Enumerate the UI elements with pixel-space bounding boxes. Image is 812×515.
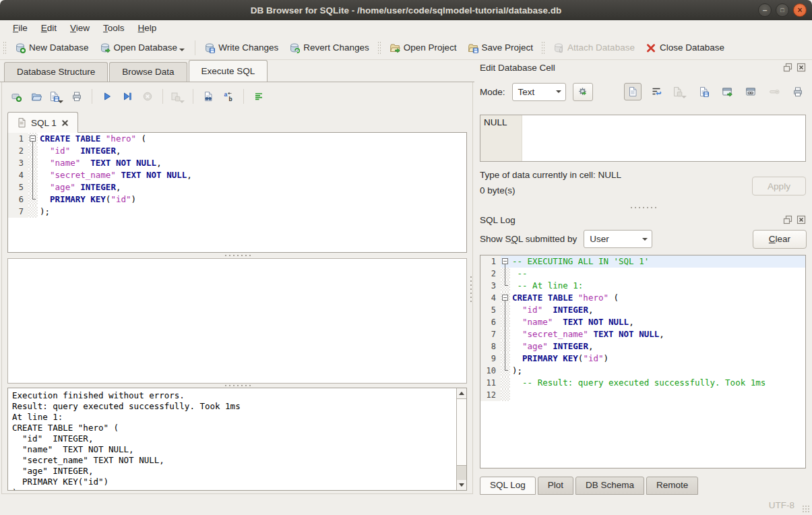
cell-editor-area[interactable] — [522, 115, 805, 161]
import-data-button[interactable] — [671, 83, 689, 100]
clear-button[interactable]: Clear — [753, 230, 807, 249]
print-button[interactable] — [789, 83, 807, 100]
open-database-icon — [100, 42, 111, 53]
splitter-dock[interactable] — [480, 205, 806, 210]
close-panel-icon[interactable] — [796, 214, 807, 225]
toolbar-separator — [195, 40, 195, 55]
link-button[interactable] — [742, 83, 759, 100]
open-project-button[interactable]: Open Project — [384, 39, 462, 57]
mode-select[interactable]: Text — [512, 83, 566, 101]
close-panel-icon[interactable] — [796, 62, 807, 73]
fold-margin — [28, 181, 38, 193]
line-number: 6 — [480, 316, 501, 328]
print-icon — [71, 91, 82, 102]
dock-tab-remote[interactable]: Remote — [646, 477, 698, 495]
open-database-button[interactable]: Open Database — [94, 39, 192, 57]
line-number: 11 — [480, 377, 501, 389]
attach-database-button[interactable]: Attach Database — [548, 39, 640, 57]
code-line: 3 -- At line 1: — [480, 280, 805, 292]
encoding-indicator[interactable]: UTF-8 — [769, 500, 794, 510]
menu-view[interactable]: View — [64, 22, 96, 34]
print-button[interactable] — [68, 88, 86, 105]
apply-button[interactable]: Apply — [752, 177, 806, 195]
scroll-thumb[interactable] — [457, 398, 466, 466]
new-database-button[interactable]: New Database — [9, 39, 94, 57]
submitter-select[interactable]: User — [584, 230, 652, 248]
execute-line-icon — [122, 91, 133, 102]
close-icon[interactable]: × — [793, 3, 807, 17]
open-file-button[interactable] — [28, 88, 45, 105]
menu-file[interactable]: File — [7, 22, 34, 34]
save-file-button[interactable] — [48, 88, 65, 105]
format-button[interactable] — [250, 88, 268, 105]
stop-button[interactable] — [139, 88, 156, 105]
scroll-up-icon[interactable] — [457, 388, 466, 398]
fold-margin[interactable] — [501, 255, 510, 268]
fold-margin — [501, 377, 510, 389]
stop-icon — [142, 91, 153, 102]
tab-database-structure[interactable]: Database Structure — [4, 62, 108, 82]
toolbar-handle — [377, 41, 381, 55]
close-database-button[interactable]: Close Database — [640, 39, 730, 57]
execution-status-log[interactable]: Execution finished without errors. Resul… — [7, 388, 467, 491]
sql-doc-tab[interactable]: SQL 1 — [7, 112, 78, 133]
code-text: "id" INTEGER, — [38, 145, 466, 157]
scrollbar[interactable] — [456, 388, 466, 490]
splitter-main-dock[interactable] — [468, 82, 474, 494]
fold-margin[interactable] — [501, 292, 510, 304]
splitter-editor-results[interactable] — [7, 253, 467, 258]
save-results-button[interactable] — [169, 88, 187, 105]
sql-code-editor[interactable]: 1CREATE TABLE "hero" (2 "id" INTEGER,3 "… — [7, 132, 467, 253]
word-wrap-button[interactable] — [648, 83, 665, 100]
minimize-icon[interactable]: – — [758, 3, 772, 17]
toolbar-separator — [92, 89, 92, 104]
text-mode-button[interactable] — [624, 83, 642, 100]
code-text: "age" INTEGER, — [510, 340, 805, 353]
execute-line-button[interactable] — [119, 88, 136, 105]
open-tab-button[interactable] — [7, 88, 25, 105]
fold-margin[interactable] — [28, 133, 38, 145]
menu-edit[interactable]: Edit — [35, 22, 63, 34]
revert-changes-button[interactable]: Revert Changes — [284, 39, 375, 57]
results-table-pane[interactable] — [7, 258, 467, 384]
auto-switch-mode-button[interactable] — [573, 83, 593, 101]
fold-margin — [501, 316, 510, 328]
code-text: -- EXECUTING ALL IN 'SQL 1' — [510, 255, 805, 268]
sql-log-viewer[interactable]: 1-- EXECUTING ALL IN 'SQL 1'2 --3 -- At … — [480, 255, 806, 468]
cell-value-editor[interactable]: NULL — [480, 115, 806, 162]
maximize-icon[interactable]: □ — [776, 3, 789, 17]
save-project-button[interactable]: Save Project — [462, 39, 539, 57]
find-button[interactable] — [199, 88, 217, 105]
code-text: "secret_name" TEXT NOT NULL, — [510, 328, 805, 340]
close-tab-icon[interactable] — [61, 119, 69, 127]
toolbar-separator — [193, 89, 193, 104]
code-line: 9 PRIMARY KEY("id") — [480, 353, 805, 365]
tab-execute-sql[interactable]: Execute SQL — [189, 60, 268, 82]
dock-tab-bar: SQL LogPlotDB SchemaRemote — [480, 477, 700, 495]
export-data-icon — [698, 86, 709, 97]
replace-button[interactable]: ab — [220, 88, 237, 105]
dock-tab-plot[interactable]: Plot — [538, 477, 573, 495]
code-line: 6 PRIMARY KEY("id") — [8, 193, 466, 206]
code-line: 1-- EXECUTING ALL IN 'SQL 1' — [480, 255, 805, 268]
write-changes-button[interactable]: Write Changes — [199, 39, 284, 57]
float-panel-icon[interactable] — [782, 214, 793, 225]
export-data-button[interactable] — [695, 83, 712, 100]
tab-browse-data[interactable]: Browse Data — [109, 62, 187, 82]
dock-tab-db-schema[interactable]: DB Schema — [575, 477, 644, 495]
fold-margin — [501, 268, 510, 280]
code-line: 5 "age" INTEGER, — [8, 181, 466, 193]
scroll-down-icon[interactable] — [457, 480, 466, 490]
float-panel-icon[interactable] — [782, 62, 793, 73]
execute-all-button[interactable] — [98, 88, 116, 105]
scroll-track[interactable] — [457, 466, 466, 480]
window-title: DB Browser for SQLite - /home/user/code/… — [251, 5, 561, 16]
dock-tab-sql-log[interactable]: SQL Log — [480, 477, 536, 495]
menu-tools[interactable]: Tools — [97, 22, 131, 34]
code-text: "age" INTEGER, — [38, 181, 466, 193]
cell-value: NULL — [480, 115, 522, 161]
open-external-button[interactable] — [718, 83, 736, 100]
menu-help[interactable]: Help — [132, 22, 163, 34]
resize-grip-icon[interactable] — [802, 505, 810, 513]
set-null-button[interactable] — [766, 83, 783, 100]
